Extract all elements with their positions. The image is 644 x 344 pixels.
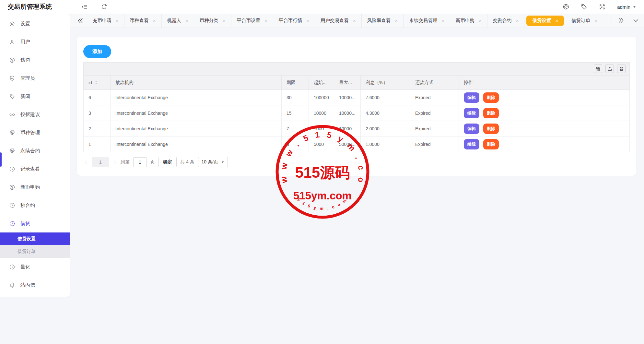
tab-item[interactable]: 交割合约 × [487, 14, 525, 28]
confirm-page-button[interactable]: 确定 [158, 157, 177, 167]
tab-label: 交割合约 [493, 18, 512, 24]
sidebar-scrollbar-thumb[interactable] [0, 152, 2, 167]
tab-close-icon[interactable]: × [395, 18, 398, 23]
page: { "app": { "title": "交易所管理系统", "user": "… [0, 0, 644, 344]
theme-palette-icon[interactable] [563, 4, 569, 10]
menu-fold-icon[interactable] [81, 4, 88, 10]
tab-close-icon[interactable]: × [441, 18, 444, 23]
admin-dropdown[interactable]: admin [617, 4, 636, 10]
tab-item[interactable]: 风险率查看 × [362, 14, 404, 28]
sidebar-item-icon [9, 57, 15, 63]
tab-close-icon[interactable]: × [555, 18, 558, 23]
table-column-header[interactable]: 起始... [309, 76, 334, 90]
sidebar-item-icon [9, 202, 15, 208]
sidebar-item[interactable]: 站内信 [0, 276, 70, 294]
table-column-header[interactable]: 还款方式 [410, 76, 459, 90]
tag-icon[interactable] [581, 4, 587, 10]
table-column-header[interactable]: id [84, 76, 111, 90]
table-column-header[interactable]: 期限 [282, 76, 309, 90]
tab-item[interactable]: 用户交易查看 × [315, 14, 362, 28]
delete-button[interactable]: 删除 [483, 92, 499, 103]
tab-item[interactable]: 机器人 × [162, 14, 194, 28]
edit-button[interactable]: 编辑 [464, 108, 479, 118]
edit-button[interactable]: 编辑 [464, 92, 479, 103]
table-column-header[interactable]: 操作 [459, 76, 630, 90]
cell-id: 2 [84, 121, 111, 136]
sidebar-item[interactable]: 新闻 [0, 87, 70, 105]
add-button[interactable]: 添加 [83, 45, 111, 58]
tab-close-icon[interactable]: × [264, 18, 267, 23]
delete-button[interactable]: 删除 [483, 139, 499, 149]
delete-button[interactable]: 删除 [483, 124, 499, 134]
edit-button[interactable]: 编辑 [464, 124, 479, 134]
prev-page-icon[interactable] [84, 160, 88, 164]
tab-item[interactable]: 平台币行情 × [273, 14, 315, 28]
tab-close-icon[interactable]: × [306, 18, 309, 23]
sidebar-item[interactable]: 管理员 [0, 69, 70, 87]
sidebar-item[interactable]: 投拆建议 [0, 105, 70, 124]
tab-close-icon[interactable]: × [185, 18, 188, 23]
tab-item[interactable]: 充币申请 × [87, 14, 124, 28]
sidebar-panel: 设置 用户 钱包 管理员 [0, 14, 70, 297]
sort-icon[interactable] [94, 80, 98, 85]
sidebar-item[interactable]: 永续合约 [0, 142, 70, 160]
export-button[interactable] [605, 65, 614, 73]
current-page-badge[interactable]: 1 [92, 157, 109, 167]
sidebar-item[interactable]: 借贷 [0, 214, 70, 232]
sidebar-item[interactable]: 秒合约 [0, 196, 70, 214]
tab-item[interactable]: 新币申购 × [450, 14, 487, 28]
sidebar-item-label: 量化 [20, 264, 30, 270]
fullscreen-icon[interactable] [599, 4, 605, 10]
table-toolbar [83, 62, 630, 75]
tab-close-icon[interactable]: × [479, 18, 482, 23]
sidebar-item[interactable]: 量化 [0, 258, 70, 276]
refresh-icon[interactable] [101, 4, 107, 10]
delete-button[interactable]: 删除 [483, 108, 499, 118]
column-label: 放款机构 [115, 80, 134, 86]
cell-org: Intercontinental Exchange [111, 90, 282, 105]
tab-item[interactable]: 币种分类 × [194, 14, 231, 28]
sidebar-item[interactable]: 用户 [0, 33, 70, 51]
tab-item[interactable]: 借贷订单 × [566, 14, 603, 28]
tab-close-icon[interactable]: × [353, 18, 356, 23]
cell-id: 1 [84, 136, 111, 152]
table-row: 1 Intercontinental Exchange 3 5000 50000… [84, 136, 630, 152]
sidebar-subitem[interactable]: 借贷订单 [0, 245, 70, 258]
sidebar-subitem[interactable]: 借贷设置 [0, 232, 70, 245]
tab-item[interactable]: 永续交易管理 × [404, 14, 450, 28]
cell-term: 3 [282, 136, 309, 152]
table-column-header[interactable]: 利息（%） [361, 76, 410, 90]
table-column-header[interactable]: 放款机构 [111, 76, 282, 90]
sidebar-item[interactable]: 币种管理 [0, 124, 70, 142]
columns-filter-button[interactable] [594, 65, 602, 73]
cell-org: Intercontinental Exchange [111, 121, 282, 136]
sidebar-item[interactable]: 设置 [0, 15, 70, 33]
cell-start: 1000 [309, 121, 334, 136]
sidebar-item[interactable]: 记录查看 [0, 160, 70, 178]
print-button[interactable] [617, 65, 626, 73]
table-row: 3 Intercontinental Exchange 15 10000 100… [84, 105, 630, 121]
tab-item[interactable]: 币种查看 × [124, 14, 162, 28]
cell-repay: Expired [410, 105, 459, 121]
tab-close-icon[interactable]: × [516, 18, 519, 23]
tab-close-icon[interactable]: × [153, 18, 156, 23]
page-size-select[interactable]: 10 条/页 [198, 157, 228, 167]
tab-close-icon[interactable]: × [223, 18, 226, 23]
tab-close-icon[interactable]: × [594, 18, 597, 23]
tab-label: 风险率查看 [367, 18, 391, 24]
tab-item[interactable]: 平台币设置 × [231, 14, 273, 28]
sidebar-item-label: 管理员 [20, 75, 35, 81]
page-number-input[interactable] [133, 157, 147, 167]
tabs-scroll-left-icon[interactable] [77, 17, 84, 24]
table-column-header[interactable]: 最大... [334, 76, 361, 90]
sidebar-item[interactable]: 钱包 [0, 51, 70, 69]
tabs-scroll-right-icon[interactable] [617, 17, 625, 24]
tabs-menu-chevron-icon[interactable] [632, 17, 639, 24]
sidebar-item[interactable]: 新币申购 [0, 178, 70, 196]
edit-button[interactable]: 编辑 [464, 139, 479, 149]
cell-max: 10000... [334, 121, 361, 136]
tab-item[interactable]: 借贷设置 × [526, 16, 564, 26]
tab-close-icon[interactable]: × [116, 18, 119, 23]
next-page-icon[interactable] [112, 160, 117, 164]
sidebar-item-icon [9, 39, 15, 45]
